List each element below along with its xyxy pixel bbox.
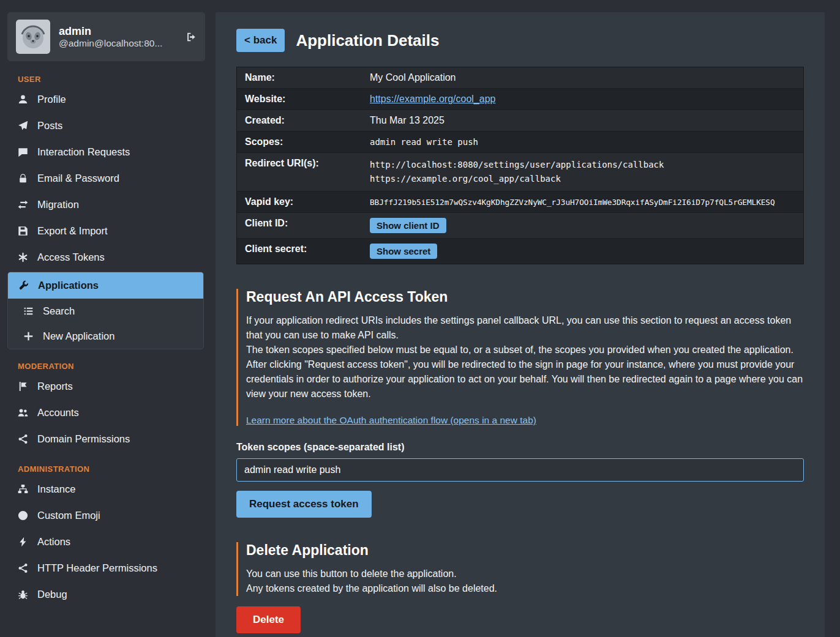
sidebar-item-posts[interactable]: Posts xyxy=(7,113,205,139)
sidebar-item-new-application[interactable]: New Application xyxy=(8,324,203,349)
sidebar-item-label: Interaction Requests xyxy=(37,146,130,158)
row-label: Client ID: xyxy=(237,213,362,239)
asterisk-icon xyxy=(17,252,28,263)
sidebar-section-user: USER Profile Posts Interaction Requests … xyxy=(7,75,205,349)
sidebar-item-debug[interactable]: Debug xyxy=(7,581,205,608)
sidebar-item-label: Email & Password xyxy=(37,173,119,184)
sidebar-item-profile[interactable]: Profile xyxy=(7,86,205,113)
sidebar-item-migration[interactable]: Migration xyxy=(7,192,205,218)
row-label: Scopes: xyxy=(237,132,362,153)
sign-out-icon[interactable] xyxy=(186,32,197,42)
application-details-panel: < back Application Details Name: My Cool… xyxy=(216,12,825,637)
sidebar-item-label: HTTP Header Permissions xyxy=(37,562,157,574)
share-nodes-icon xyxy=(17,563,28,573)
flag-icon xyxy=(17,381,28,392)
sidebar-item-interaction-requests[interactable]: Interaction Requests xyxy=(7,139,205,165)
sidebar-item-label: Search xyxy=(43,305,75,317)
sidebar-item-label: Applications xyxy=(38,280,99,291)
exchange-icon xyxy=(17,199,28,210)
sidebar-item-access-tokens[interactable]: Access Tokens xyxy=(7,244,205,270)
comment-icon xyxy=(17,147,28,157)
wrench-icon xyxy=(18,280,29,291)
redirect-uri-value: http://localhost:8080/settings/user/appl… xyxy=(370,158,795,172)
table-row-client-id: Client ID: Show client ID xyxy=(237,213,804,239)
app-root: admin @admin@localhost:80... USER Profil… xyxy=(0,0,840,637)
token-scopes-input[interactable] xyxy=(236,458,804,482)
row-label: Redirect URI(s): xyxy=(237,153,362,192)
users-icon xyxy=(17,408,28,418)
bug-icon xyxy=(17,589,28,600)
app-name-value: My Cool Application xyxy=(370,72,456,83)
sidebar-item-export-import[interactable]: Export & Import xyxy=(7,218,205,244)
bolt-icon xyxy=(17,537,28,547)
user-card[interactable]: admin @admin@localhost:80... xyxy=(7,12,205,61)
paper-plane-icon xyxy=(17,121,28,131)
sidebar-item-label: Access Tokens xyxy=(37,251,105,263)
row-label: Vapid key: xyxy=(237,192,362,213)
delete-section-title: Delete Application xyxy=(246,542,804,559)
table-row-scopes: Scopes: admin read write push xyxy=(237,132,804,153)
vapid-key-value: BBJffJ219b5iE512m7wQSzv4KgKDhgZZVzNyWC_r… xyxy=(370,198,775,207)
sidebar-item-label: Reports xyxy=(37,381,73,392)
save-icon xyxy=(17,226,28,236)
sidebar-item-applications[interactable]: Applications xyxy=(8,272,203,299)
sidebar-item-custom-emoji[interactable]: Custom Emoji xyxy=(7,502,205,529)
section-label-moderation: MODERATION xyxy=(18,362,205,371)
created-value: Thu Mar 13 2025 xyxy=(370,115,444,125)
lock-icon xyxy=(17,173,28,184)
sidebar-item-accounts[interactable]: Accounts xyxy=(7,400,205,426)
delete-section-paragraph: You can use this button to delete the ap… xyxy=(246,567,804,581)
redirect-uri-value: https://example.org/cool_app/callback xyxy=(370,172,795,186)
sidebar-item-label: Domain Permissions xyxy=(37,433,130,445)
show-secret-button[interactable]: Show secret xyxy=(370,244,437,259)
delete-application-section: Delete Application You can use this butt… xyxy=(236,542,804,633)
sidebar-item-label: Custom Emoji xyxy=(37,510,100,521)
applications-submenu: Search New Application xyxy=(8,299,203,349)
table-row-redirect-uris: Redirect URI(s): http://localhost:8080/s… xyxy=(237,153,804,192)
sidebar-item-label: Posts xyxy=(37,120,62,132)
main-content: < back Application Details Name: My Cool… xyxy=(211,0,840,637)
page-header: < back Application Details xyxy=(236,29,804,52)
sidebar-item-instance[interactable]: Instance xyxy=(7,476,205,502)
sidebar: admin @admin@localhost:80... USER Profil… xyxy=(0,0,211,637)
row-label: Name: xyxy=(237,67,362,89)
back-button[interactable]: < back xyxy=(236,29,285,52)
show-client-id-button[interactable]: Show client ID xyxy=(370,218,446,233)
delete-button[interactable]: Delete xyxy=(236,606,301,633)
sidebar-item-http-header-permissions[interactable]: HTTP Header Permissions xyxy=(7,555,205,581)
sidebar-item-search[interactable]: Search xyxy=(8,299,203,324)
sidebar-item-reports[interactable]: Reports xyxy=(7,373,205,400)
user-meta: admin @admin@localhost:80... xyxy=(59,25,177,49)
token-request-intro: Request An API Access Token If your appl… xyxy=(236,289,804,426)
sidebar-item-actions[interactable]: Actions xyxy=(7,529,205,555)
website-link[interactable]: https://example.org/cool_app xyxy=(370,94,495,104)
sidebar-group-applications: Applications Search New Application xyxy=(7,272,204,349)
table-row-website: Website: https://example.org/cool_app xyxy=(237,89,804,110)
sidebar-item-label: Actions xyxy=(37,536,70,548)
delete-section-paragraph: Any tokens created by the application wi… xyxy=(246,581,804,596)
scopes-value: admin read write push xyxy=(370,137,478,147)
token-section-title: Request An API Access Token xyxy=(246,289,804,305)
user-icon xyxy=(17,94,28,105)
table-row-client-secret: Client secret: Show secret xyxy=(237,239,804,264)
section-label-administration: ADMINISTRATION xyxy=(18,464,205,474)
oauth-docs-link[interactable]: Learn more about the OAuth authenticatio… xyxy=(246,415,536,426)
application-details-table: Name: My Cool Application Website: https… xyxy=(236,67,804,264)
table-row-name: Name: My Cool Application xyxy=(237,67,804,89)
row-label: Created: xyxy=(237,110,362,132)
sidebar-section-administration: ADMINISTRATION Instance Custom Emoji Act… xyxy=(7,464,205,608)
sidebar-item-label: Export & Import xyxy=(37,225,108,237)
sitemap-icon xyxy=(17,484,28,494)
sidebar-item-label: Instance xyxy=(37,483,75,495)
page-title: Application Details xyxy=(296,31,439,50)
sidebar-item-domain-permissions[interactable]: Domain Permissions xyxy=(7,426,205,452)
token-section-paragraph: The token scopes specified below must be… xyxy=(246,343,804,357)
request-access-token-button[interactable]: Request access token xyxy=(236,491,372,518)
sidebar-item-email-password[interactable]: Email & Password xyxy=(7,165,205,192)
table-row-created: Created: Thu Mar 13 2025 xyxy=(237,110,804,132)
sidebar-item-label: New Application xyxy=(43,330,114,342)
plus-icon xyxy=(23,331,34,341)
list-icon xyxy=(23,306,34,316)
user-handle: @admin@localhost:80... xyxy=(59,38,162,48)
sidebar-item-label: Accounts xyxy=(37,407,79,419)
